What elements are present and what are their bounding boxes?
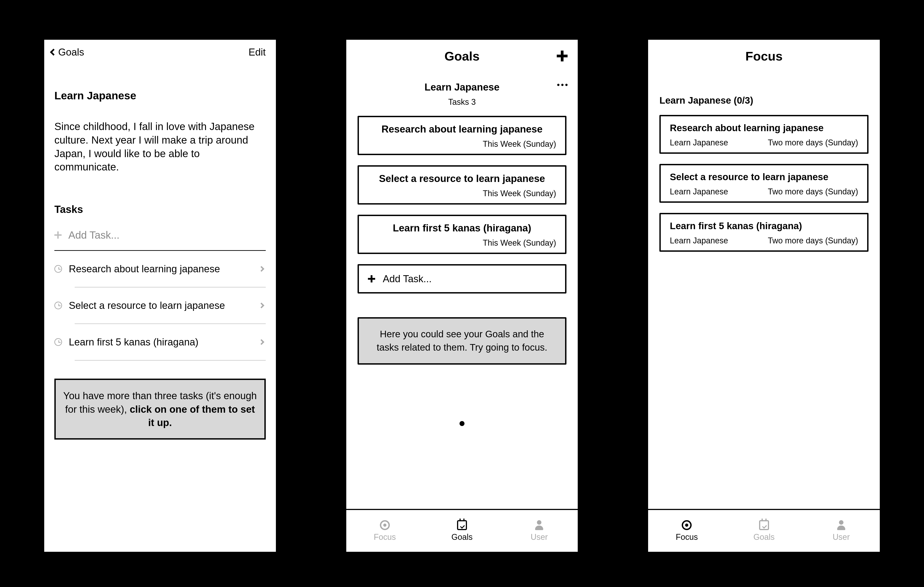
tab-goals[interactable]: Goals bbox=[423, 510, 501, 552]
task-row[interactable]: Select a resource to learn japanese bbox=[54, 288, 266, 324]
task-row[interactable]: Research about learning japanese bbox=[54, 251, 266, 287]
tip-card: Here you could see your Goals and the ta… bbox=[358, 317, 567, 365]
focus-screen: Focus Learn Japanese (0/3) Research abou… bbox=[647, 38, 881, 553]
task-label: Select a resource to learn japanese bbox=[69, 300, 252, 311]
add-task-button[interactable]: Add Task... bbox=[54, 225, 266, 251]
task-title: Select a resource to learn japanese bbox=[368, 173, 556, 184]
add-goal-button[interactable] bbox=[557, 51, 568, 61]
task-goal: Learn Japanese bbox=[670, 138, 728, 147]
tab-label: User bbox=[833, 532, 850, 542]
goals-icon bbox=[759, 520, 769, 530]
task-row[interactable]: Learn first 5 kanas (hiragana) bbox=[54, 324, 266, 360]
screen-header: Goals bbox=[346, 40, 578, 73]
add-task-card[interactable]: Add Task... bbox=[358, 264, 567, 293]
task-goal: Learn Japanese bbox=[670, 236, 728, 245]
tab-bar: Focus Goals User bbox=[648, 509, 880, 552]
goals-list-screen: Goals Learn Japanese Tasks 3 Research ab… bbox=[345, 38, 579, 553]
page-indicator bbox=[460, 421, 464, 426]
hint-bold: click on one of them to set it up. bbox=[130, 403, 255, 428]
goals-icon bbox=[457, 520, 467, 530]
task-title: Research about learning japanese bbox=[670, 122, 858, 134]
plus-icon bbox=[54, 231, 61, 239]
clock-icon bbox=[54, 265, 62, 273]
task-goal: Learn Japanese bbox=[670, 187, 728, 197]
add-task-label: Add Task... bbox=[383, 273, 432, 284]
hint-box: You have more than three tasks (it's eno… bbox=[54, 379, 266, 440]
goal-title: Learn Japanese bbox=[54, 89, 266, 102]
user-icon bbox=[534, 520, 544, 530]
tab-label: Goals bbox=[451, 532, 473, 542]
goal-description: Since childhood, I fall in love with Jap… bbox=[54, 120, 266, 174]
tab-label: User bbox=[531, 532, 548, 542]
clock-icon bbox=[54, 338, 62, 346]
clock-icon bbox=[54, 302, 62, 309]
plus-icon bbox=[368, 275, 375, 283]
chevron-right-icon bbox=[259, 303, 264, 308]
focus-icon bbox=[380, 520, 390, 530]
page-title: Focus bbox=[745, 49, 782, 63]
task-label: Research about learning japanese bbox=[69, 263, 252, 274]
tab-user[interactable]: User bbox=[803, 510, 880, 552]
task-title: Learn first 5 kanas (hiragana) bbox=[368, 222, 556, 234]
page-title: Goals bbox=[444, 49, 480, 63]
add-task-placeholder: Add Task... bbox=[68, 229, 120, 241]
more-menu-button[interactable] bbox=[557, 84, 568, 86]
task-card[interactable]: Research about learning japanese This We… bbox=[358, 116, 567, 155]
chevron-right-icon bbox=[259, 339, 264, 345]
tab-focus[interactable]: Focus bbox=[648, 510, 725, 552]
focus-task-card[interactable]: Learn first 5 kanas (hiragana) Learn Jap… bbox=[659, 213, 868, 252]
tab-user[interactable]: User bbox=[501, 510, 578, 552]
chevron-right-icon bbox=[259, 266, 264, 271]
back-button[interactable]: Goals bbox=[51, 46, 84, 58]
goal-detail-screen: Goals Edit Learn Japanese Since childhoo… bbox=[43, 38, 277, 553]
focus-task-card[interactable]: Select a resource to learn japanese Lear… bbox=[659, 164, 868, 203]
focus-icon bbox=[682, 520, 691, 530]
tab-focus[interactable]: Focus bbox=[346, 510, 423, 552]
task-due: Two more days (Sunday) bbox=[768, 187, 858, 197]
focus-task-card[interactable]: Research about learning japanese Learn J… bbox=[659, 115, 868, 154]
tab-label: Goals bbox=[754, 532, 775, 542]
user-icon bbox=[836, 520, 846, 530]
task-title: Learn first 5 kanas (hiragana) bbox=[670, 221, 858, 231]
task-due: Two more days (Sunday) bbox=[768, 236, 858, 245]
task-due: This Week (Sunday) bbox=[368, 238, 556, 248]
goal-name-row: Learn Japanese bbox=[346, 73, 578, 93]
edit-button[interactable]: Edit bbox=[249, 46, 266, 58]
task-card[interactable]: Learn first 5 kanas (hiragana) This Week… bbox=[358, 215, 567, 254]
task-card[interactable]: Select a resource to learn japanese This… bbox=[358, 165, 567, 205]
task-due: Two more days (Sunday) bbox=[768, 138, 858, 147]
chevron-left-icon bbox=[50, 48, 57, 56]
task-due: This Week (Sunday) bbox=[368, 139, 556, 149]
tab-label: Focus bbox=[374, 532, 396, 542]
tab-label: Focus bbox=[676, 532, 698, 542]
task-title: Select a resource to learn japanese bbox=[670, 172, 858, 182]
back-label: Goals bbox=[58, 46, 84, 58]
tasks-heading: Tasks bbox=[54, 203, 266, 215]
goal-name: Learn Japanese bbox=[424, 81, 500, 93]
task-title: Research about learning japanese bbox=[368, 124, 556, 135]
divider bbox=[75, 360, 266, 360]
goal-progress: Learn Japanese (0/3) bbox=[648, 73, 880, 106]
task-due: This Week (Sunday) bbox=[368, 189, 556, 198]
tab-bar: Focus Goals User bbox=[346, 509, 578, 552]
task-count: Tasks 3 bbox=[346, 97, 578, 107]
screen-header: Focus bbox=[648, 40, 880, 73]
task-label: Learn first 5 kanas (hiragana) bbox=[69, 336, 252, 348]
tab-goals[interactable]: Goals bbox=[726, 510, 803, 552]
